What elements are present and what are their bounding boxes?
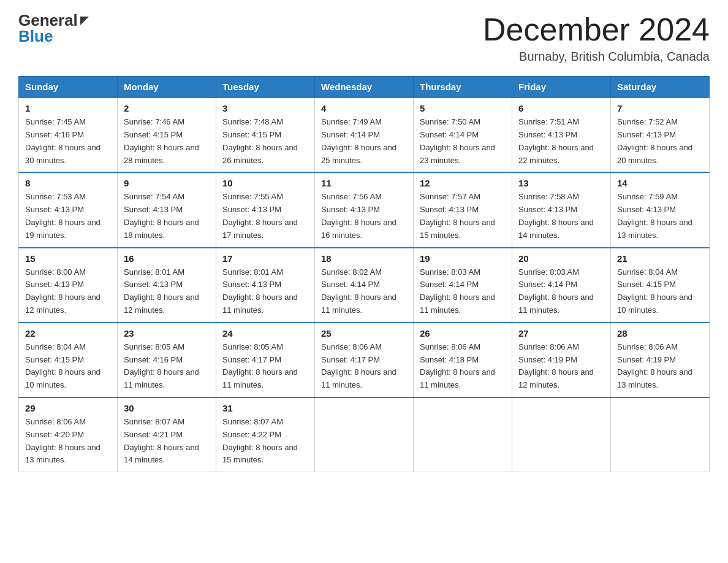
day-number: 6 [518,103,604,113]
day-info: Sunrise: 8:06 AM Sunset: 4:20 PM Dayligh… [25,416,111,467]
sunrise-label: Sunrise: 8:06 AM [518,342,579,351]
sunset-label: Sunset: 4:13 PM [222,280,281,289]
day-number: 11 [321,178,407,188]
daylight-label: Daylight: 8 hours and 13 minutes. [25,443,100,465]
table-row: 3 Sunrise: 7:48 AM Sunset: 4:15 PM Dayli… [216,98,315,172]
day-number: 28 [617,328,703,339]
daylight-label: Daylight: 8 hours and 13 minutes. [617,367,692,389]
table-row: 19 Sunrise: 8:03 AM Sunset: 4:14 PM Dayl… [414,248,512,323]
sunset-label: Sunset: 4:14 PM [321,130,380,139]
day-info: Sunrise: 7:45 AM Sunset: 4:16 PM Dayligh… [25,116,111,167]
sunrise-label: Sunrise: 8:06 AM [25,417,86,426]
table-row: 16 Sunrise: 8:01 AM Sunset: 4:13 PM Dayl… [118,248,216,323]
header-sunday: Sunday [19,77,118,98]
sunrise-label: Sunrise: 8:06 AM [420,342,480,351]
sunset-label: Sunset: 4:14 PM [518,280,577,289]
table-row: 30 Sunrise: 8:07 AM Sunset: 4:21 PM Dayl… [118,397,216,472]
day-number: 22 [25,328,111,339]
table-row: 6 Sunrise: 7:51 AM Sunset: 4:13 PM Dayli… [512,98,611,172]
table-row: 20 Sunrise: 8:03 AM Sunset: 4:14 PM Dayl… [512,248,611,323]
day-number: 18 [321,253,407,264]
sunrise-label: Sunrise: 8:07 AM [222,417,283,426]
daylight-label: Daylight: 8 hours and 12 minutes. [124,293,199,315]
day-number: 3 [222,103,308,113]
sunrise-label: Sunrise: 8:05 AM [222,342,283,351]
table-row: 15 Sunrise: 8:00 AM Sunset: 4:13 PM Dayl… [19,248,118,323]
day-number: 21 [617,253,703,264]
sunrise-label: Sunrise: 8:04 AM [617,267,678,277]
day-number: 17 [222,253,308,264]
sunset-label: Sunset: 4:13 PM [518,130,577,139]
logo: General Blue [18,12,89,44]
day-number: 31 [222,403,308,413]
logo-general-text: General [18,12,78,28]
day-number: 7 [617,103,703,113]
day-number: 19 [420,253,506,264]
daylight-label: Daylight: 8 hours and 11 minutes. [518,293,594,315]
calendar-header: Sunday Monday Tuesday Wednesday Thursday… [19,77,710,98]
header-saturday: Saturday [611,77,710,98]
daylight-label: Daylight: 8 hours and 25 minutes. [321,143,396,165]
sunrise-label: Sunrise: 7:56 AM [321,192,382,201]
sunrise-label: Sunrise: 7:48 AM [222,117,283,126]
daylight-label: Daylight: 8 hours and 11 minutes. [222,293,298,315]
page-header: General Blue December 2024 Burnaby, Brit… [18,12,710,64]
day-number: 5 [420,103,506,113]
daylight-label: Daylight: 8 hours and 22 minutes. [518,143,594,165]
table-row: 31 Sunrise: 8:07 AM Sunset: 4:22 PM Dayl… [216,397,315,472]
sunset-label: Sunset: 4:13 PM [222,205,281,214]
daylight-label: Daylight: 8 hours and 10 minutes. [25,367,100,389]
sunrise-label: Sunrise: 8:06 AM [321,342,382,351]
day-info: Sunrise: 7:56 AM Sunset: 4:13 PM Dayligh… [321,191,407,242]
day-info: Sunrise: 8:05 AM Sunset: 4:16 PM Dayligh… [124,341,210,392]
table-row: 14 Sunrise: 7:59 AM Sunset: 4:13 PM Dayl… [611,172,710,247]
day-number: 14 [617,178,703,188]
day-number: 26 [420,328,506,339]
table-row: 23 Sunrise: 8:05 AM Sunset: 4:16 PM Dayl… [118,323,216,397]
day-info: Sunrise: 8:01 AM Sunset: 4:13 PM Dayligh… [124,266,210,317]
sunrise-label: Sunrise: 8:01 AM [222,267,283,277]
sunset-label: Sunset: 4:13 PM [25,205,84,214]
table-row: 9 Sunrise: 7:54 AM Sunset: 4:13 PM Dayli… [118,172,216,247]
sunrise-label: Sunrise: 7:51 AM [518,117,579,126]
sunset-label: Sunset: 4:21 PM [124,430,183,439]
sunrise-label: Sunrise: 7:46 AM [124,117,184,126]
daylight-label: Daylight: 8 hours and 14 minutes. [518,218,594,240]
sunset-label: Sunset: 4:18 PM [420,355,479,364]
location-text: Burnaby, British Columbia, Canada [483,50,710,64]
sunrise-label: Sunrise: 8:03 AM [420,267,480,277]
table-row: 25 Sunrise: 8:06 AM Sunset: 4:17 PM Dayl… [315,323,414,397]
day-info: Sunrise: 7:52 AM Sunset: 4:13 PM Dayligh… [617,116,703,167]
table-row: 8 Sunrise: 7:53 AM Sunset: 4:13 PM Dayli… [19,172,118,247]
daylight-label: Daylight: 8 hours and 18 minutes. [124,218,199,240]
sunset-label: Sunset: 4:14 PM [420,280,479,289]
table-row: 13 Sunrise: 7:58 AM Sunset: 4:13 PM Dayl… [512,172,611,247]
day-info: Sunrise: 8:04 AM Sunset: 4:15 PM Dayligh… [25,341,111,392]
daylight-label: Daylight: 8 hours and 15 minutes. [222,443,298,465]
title-block: December 2024 Burnaby, British Columbia,… [483,12,710,64]
sunset-label: Sunset: 4:15 PM [222,130,281,139]
day-info: Sunrise: 7:48 AM Sunset: 4:15 PM Dayligh… [222,116,308,167]
day-info: Sunrise: 8:03 AM Sunset: 4:14 PM Dayligh… [518,266,604,317]
day-number: 1 [25,103,111,113]
sunrise-label: Sunrise: 8:06 AM [617,342,678,351]
day-number: 27 [518,328,604,339]
sunset-label: Sunset: 4:16 PM [124,355,183,364]
sunset-label: Sunset: 4:13 PM [124,280,183,289]
header-monday: Monday [118,77,216,98]
table-row [611,397,710,472]
day-number: 8 [25,178,111,188]
day-info: Sunrise: 8:07 AM Sunset: 4:21 PM Dayligh… [124,416,210,467]
table-row [414,397,512,472]
daylight-label: Daylight: 8 hours and 10 minutes. [617,293,692,315]
day-number: 29 [25,403,111,413]
sunset-label: Sunset: 4:20 PM [25,430,84,439]
table-row: 2 Sunrise: 7:46 AM Sunset: 4:15 PM Dayli… [118,98,216,172]
daylight-label: Daylight: 8 hours and 12 minutes. [518,367,594,389]
table-row: 28 Sunrise: 8:06 AM Sunset: 4:19 PM Dayl… [611,323,710,397]
daylight-label: Daylight: 8 hours and 12 minutes. [25,293,100,315]
day-info: Sunrise: 7:59 AM Sunset: 4:13 PM Dayligh… [617,191,703,242]
day-number: 15 [25,253,111,264]
daylight-label: Daylight: 8 hours and 15 minutes. [420,218,495,240]
day-number: 30 [124,403,210,413]
